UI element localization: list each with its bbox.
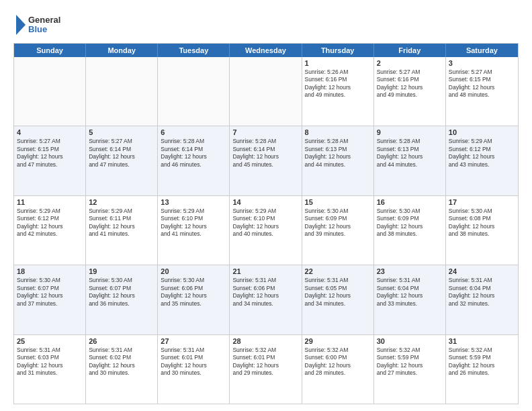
logo: General Blue <box>13 12 74 38</box>
day-number: 27 <box>161 337 226 345</box>
cal-cell: 19Sunrise: 5:30 AM Sunset: 6:07 PM Dayli… <box>86 265 158 334</box>
cal-header-sunday: Sunday <box>14 44 86 57</box>
day-number: 21 <box>232 267 298 275</box>
cal-week-2: 4Sunrise: 5:27 AM Sunset: 6:15 PM Daylig… <box>14 126 518 195</box>
day-info: Sunrise: 5:32 AM Sunset: 6:00 PM Dayligh… <box>305 347 371 377</box>
day-info: Sunrise: 5:29 AM Sunset: 6:10 PM Dayligh… <box>232 208 298 238</box>
cal-cell: 24Sunrise: 5:31 AM Sunset: 6:04 PM Dayli… <box>446 265 518 334</box>
day-info: Sunrise: 5:31 AM Sunset: 6:04 PM Dayligh… <box>377 277 443 308</box>
cal-header-friday: Friday <box>374 44 446 57</box>
day-number: 15 <box>305 198 371 206</box>
cal-header-monday: Monday <box>86 44 158 57</box>
day-number: 8 <box>305 128 371 136</box>
day-number: 1 <box>305 59 371 67</box>
day-info: Sunrise: 5:30 AM Sunset: 6:08 PM Dayligh… <box>449 208 515 238</box>
day-number: 18 <box>17 267 83 275</box>
day-info: Sunrise: 5:32 AM Sunset: 6:01 PM Dayligh… <box>232 347 298 377</box>
cal-cell: 3Sunrise: 5:27 AM Sunset: 6:15 PM Daylig… <box>446 57 518 126</box>
day-info: Sunrise: 5:30 AM Sunset: 6:07 PM Dayligh… <box>17 277 83 308</box>
logo-svg: General Blue <box>13 12 74 38</box>
cal-cell: 7Sunrise: 5:28 AM Sunset: 6:14 PM Daylig… <box>230 126 302 195</box>
cal-cell: 9Sunrise: 5:28 AM Sunset: 6:13 PM Daylig… <box>374 126 446 195</box>
day-info: Sunrise: 5:30 AM Sunset: 6:06 PM Dayligh… <box>161 277 226 308</box>
cal-cell: 18Sunrise: 5:30 AM Sunset: 6:07 PM Dayli… <box>14 265 86 334</box>
day-info: Sunrise: 5:31 AM Sunset: 6:01 PM Dayligh… <box>161 347 226 377</box>
day-info: Sunrise: 5:28 AM Sunset: 6:14 PM Dayligh… <box>161 138 226 169</box>
cal-cell: 22Sunrise: 5:31 AM Sunset: 6:05 PM Dayli… <box>302 265 374 334</box>
day-number: 13 <box>161 198 226 206</box>
cal-cell: 31Sunrise: 5:32 AM Sunset: 5:59 PM Dayli… <box>446 335 518 404</box>
day-number: 16 <box>377 198 443 206</box>
day-number: 30 <box>377 337 443 345</box>
cal-cell: 27Sunrise: 5:31 AM Sunset: 6:01 PM Dayli… <box>158 335 230 404</box>
day-info: Sunrise: 5:29 AM Sunset: 6:10 PM Dayligh… <box>161 208 226 238</box>
day-number: 5 <box>89 128 154 136</box>
cal-cell <box>230 57 302 126</box>
cal-cell <box>158 57 230 126</box>
cal-cell: 12Sunrise: 5:29 AM Sunset: 6:11 PM Dayli… <box>86 196 158 265</box>
day-info: Sunrise: 5:26 AM Sunset: 6:16 PM Dayligh… <box>305 68 371 99</box>
cal-cell: 4Sunrise: 5:27 AM Sunset: 6:15 PM Daylig… <box>14 126 86 195</box>
cal-cell: 8Sunrise: 5:28 AM Sunset: 6:13 PM Daylig… <box>302 126 374 195</box>
cal-cell: 23Sunrise: 5:31 AM Sunset: 6:04 PM Dayli… <box>374 265 446 334</box>
cal-header-thursday: Thursday <box>302 44 374 57</box>
cal-week-3: 11Sunrise: 5:29 AM Sunset: 6:12 PM Dayli… <box>14 196 518 265</box>
day-number: 7 <box>232 128 298 136</box>
cal-cell: 17Sunrise: 5:30 AM Sunset: 6:08 PM Dayli… <box>446 196 518 265</box>
day-number: 14 <box>232 198 298 206</box>
cal-cell: 5Sunrise: 5:27 AM Sunset: 6:14 PM Daylig… <box>86 126 158 195</box>
day-info: Sunrise: 5:30 AM Sunset: 6:09 PM Dayligh… <box>377 208 443 238</box>
day-info: Sunrise: 5:32 AM Sunset: 5:59 PM Dayligh… <box>449 347 515 377</box>
day-info: Sunrise: 5:28 AM Sunset: 6:13 PM Dayligh… <box>305 138 371 169</box>
cal-cell: 20Sunrise: 5:30 AM Sunset: 6:06 PM Dayli… <box>158 265 230 334</box>
day-info: Sunrise: 5:27 AM Sunset: 6:14 PM Dayligh… <box>89 138 154 169</box>
cal-cell: 21Sunrise: 5:31 AM Sunset: 6:06 PM Dayli… <box>230 265 302 334</box>
day-number: 24 <box>449 267 515 275</box>
day-number: 12 <box>89 198 154 206</box>
cal-cell: 29Sunrise: 5:32 AM Sunset: 6:00 PM Dayli… <box>302 335 374 404</box>
calendar-body: 1Sunrise: 5:26 AM Sunset: 6:16 PM Daylig… <box>14 57 518 404</box>
cal-cell: 26Sunrise: 5:31 AM Sunset: 6:02 PM Dayli… <box>86 335 158 404</box>
calendar: SundayMondayTuesdayWednesdayThursdayFrid… <box>13 43 519 404</box>
day-info: Sunrise: 5:27 AM Sunset: 6:16 PM Dayligh… <box>377 68 443 99</box>
day-number: 20 <box>161 267 226 275</box>
day-number: 31 <box>449 337 515 345</box>
svg-text:General: General <box>28 15 60 25</box>
cal-cell <box>14 57 86 126</box>
cal-week-1: 1Sunrise: 5:26 AM Sunset: 6:16 PM Daylig… <box>14 57 518 126</box>
day-info: Sunrise: 5:29 AM Sunset: 6:12 PM Dayligh… <box>449 138 515 169</box>
day-number: 22 <box>305 267 371 275</box>
day-number: 29 <box>305 337 371 345</box>
svg-marker-2 <box>16 15 26 35</box>
cal-week-4: 18Sunrise: 5:30 AM Sunset: 6:07 PM Dayli… <box>14 265 518 334</box>
day-number: 4 <box>17 128 83 136</box>
cal-cell: 13Sunrise: 5:29 AM Sunset: 6:10 PM Dayli… <box>158 196 230 265</box>
day-number: 19 <box>89 267 154 275</box>
day-number: 26 <box>89 337 154 345</box>
day-info: Sunrise: 5:32 AM Sunset: 5:59 PM Dayligh… <box>377 347 443 377</box>
day-number: 3 <box>449 59 515 67</box>
day-number: 6 <box>161 128 226 136</box>
day-info: Sunrise: 5:31 AM Sunset: 6:06 PM Dayligh… <box>232 277 298 308</box>
day-info: Sunrise: 5:31 AM Sunset: 6:03 PM Dayligh… <box>17 347 83 377</box>
day-info: Sunrise: 5:31 AM Sunset: 6:04 PM Dayligh… <box>449 277 515 308</box>
cal-cell: 11Sunrise: 5:29 AM Sunset: 6:12 PM Dayli… <box>14 196 86 265</box>
page-header: General Blue <box>13 12 519 38</box>
cal-cell: 30Sunrise: 5:32 AM Sunset: 5:59 PM Dayli… <box>374 335 446 404</box>
day-number: 2 <box>377 59 443 67</box>
day-info: Sunrise: 5:29 AM Sunset: 6:12 PM Dayligh… <box>17 208 83 238</box>
day-info: Sunrise: 5:29 AM Sunset: 6:11 PM Dayligh… <box>89 208 154 238</box>
cal-cell: 14Sunrise: 5:29 AM Sunset: 6:10 PM Dayli… <box>230 196 302 265</box>
day-info: Sunrise: 5:31 AM Sunset: 6:02 PM Dayligh… <box>89 347 154 377</box>
cal-cell: 16Sunrise: 5:30 AM Sunset: 6:09 PM Dayli… <box>374 196 446 265</box>
cal-cell: 6Sunrise: 5:28 AM Sunset: 6:14 PM Daylig… <box>158 126 230 195</box>
day-info: Sunrise: 5:28 AM Sunset: 6:13 PM Dayligh… <box>377 138 443 169</box>
cal-cell: 28Sunrise: 5:32 AM Sunset: 6:01 PM Dayli… <box>230 335 302 404</box>
day-info: Sunrise: 5:30 AM Sunset: 6:07 PM Dayligh… <box>89 277 154 308</box>
cal-cell: 15Sunrise: 5:30 AM Sunset: 6:09 PM Dayli… <box>302 196 374 265</box>
day-number: 28 <box>232 337 298 345</box>
cal-cell: 10Sunrise: 5:29 AM Sunset: 6:12 PM Dayli… <box>446 126 518 195</box>
day-info: Sunrise: 5:30 AM Sunset: 6:09 PM Dayligh… <box>305 208 371 238</box>
day-number: 10 <box>449 128 515 136</box>
day-info: Sunrise: 5:27 AM Sunset: 6:15 PM Dayligh… <box>449 68 515 99</box>
